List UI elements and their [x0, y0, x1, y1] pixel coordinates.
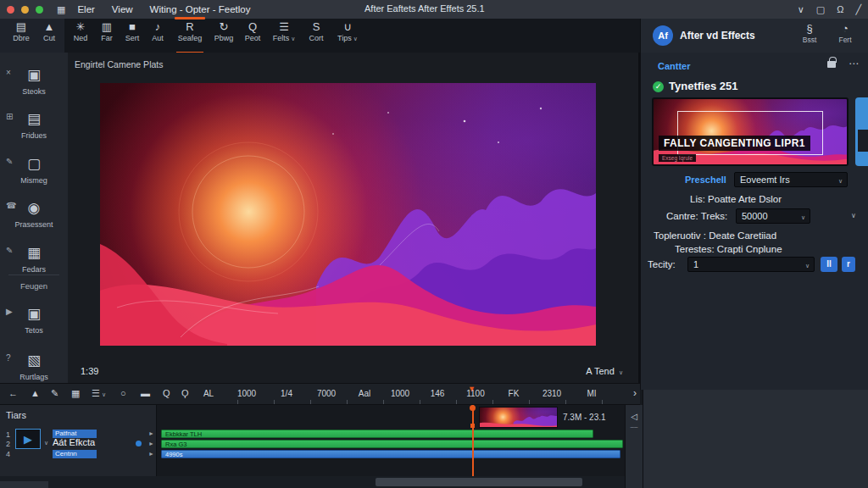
more-options-icon[interactable]: ⋯	[849, 58, 860, 69]
grid-icon[interactable]: ▦	[71, 388, 80, 399]
bsst-button[interactable]: § Bsst	[795, 22, 824, 44]
chevron-down-icon: ∨	[805, 259, 810, 273]
r-button[interactable]: r	[842, 257, 855, 272]
gauge-icon: ◔	[831, 22, 860, 36]
ruler-tick: Aal	[359, 389, 370, 398]
play-button[interactable]: ▶	[15, 429, 41, 449]
asterisk-icon: ✳	[66, 20, 95, 34]
sidebar-item-prasessent[interactable]: ☎ ◉ Prasessent	[0, 197, 68, 240]
timeline-ruler[interactable]: AL 1000 1/4 7000 Aal 1000 146 1100 FK 23…	[195, 384, 627, 406]
menu-view[interactable]: View	[112, 4, 133, 14]
lock-icon[interactable]	[827, 61, 836, 68]
composition-canvas[interactable]	[100, 83, 596, 346]
collapse-icon[interactable]: ◁	[626, 412, 643, 421]
render-mode-dropdown[interactable]: A Tend ∨	[586, 366, 623, 376]
toolbar-item-far[interactable]: ▥ Far	[93, 20, 120, 51]
sidebar-item-tetos[interactable]: ▶ ▣ Tetos	[0, 303, 68, 346]
toolbar-item-aut[interactable]: ♪ Aut	[144, 20, 171, 51]
toolbar-item-cort[interactable]: S Cort	[302, 20, 331, 51]
ruler-next-icon[interactable]: ›	[633, 387, 637, 399]
timeline-scrollbar-track[interactable]	[0, 476, 625, 488]
menu-file[interactable]: Eler	[77, 4, 94, 14]
chevron-down-icon[interactable]: ∨	[851, 212, 856, 219]
toolbar-item-pbwg[interactable]: ↻ Pbwg	[209, 20, 239, 51]
clip-thumbnail[interactable]	[479, 407, 558, 428]
sidebar-item-mismeg[interactable]: ✎ ▢ Mismeg	[0, 153, 68, 196]
playhead-marker-icon[interactable]: ▼	[468, 385, 476, 393]
ruler-tick: AL	[203, 389, 214, 398]
app-window: ▦ Eler View Witing - Opter - Feetloy Aft…	[0, 0, 868, 488]
chevron-down-icon: ∨	[291, 36, 295, 42]
toolbar-item-seafeg-active[interactable]: R Seafeg	[173, 20, 207, 51]
properties-panel: Cantter ⋯ ✓ Tynetfies 251 FALLY CANGENTI…	[640, 53, 868, 390]
pin-tool-icon[interactable]: Ϙ	[181, 388, 189, 398]
fert-button[interactable]: ◔ Fert	[831, 22, 860, 44]
track-expand-icon[interactable]: ►	[148, 451, 154, 457]
track-list-panel: Tiars 1 2 4 ▶ ∨ Patfnat Aát Efkcta Centn…	[0, 405, 157, 476]
zoom-tool-icon[interactable]: Q	[163, 388, 170, 398]
s-curve-icon: S	[302, 20, 331, 34]
template-card[interactable]: FALLY CANGENTING LIPR1 Exseg Iqrule	[652, 97, 849, 166]
timeline-scrollbar-thumb[interactable]	[376, 478, 582, 486]
toolbar-item-peot[interactable]: Q Peot	[239, 20, 266, 51]
clip-bar-blue[interactable]: 4990s	[161, 450, 620, 458]
circle-tool-icon[interactable]: ○	[120, 388, 126, 398]
breadcrumb-link[interactable]: Cantter	[658, 61, 691, 71]
pen-icon[interactable]: ✎	[51, 388, 58, 399]
pen-icon: ✎	[6, 157, 13, 166]
preset-dropdown[interactable]: Eoveemt Irs ∨	[734, 172, 848, 187]
rotate-icon: ↻	[209, 20, 239, 34]
centre-dropdown[interactable]: 50000 ∨	[736, 208, 810, 224]
track-number: 2	[6, 440, 10, 448]
next-card-peek[interactable]	[855, 97, 868, 166]
toolbar-item-ned[interactable]: ✳ Ned	[66, 20, 95, 51]
cursor-icon[interactable]: ▲	[31, 388, 40, 398]
music-note-icon: ♪	[144, 20, 171, 34]
pencil-icon[interactable]: ╱	[855, 4, 861, 15]
sidebar-item-fedars[interactable]: ✎ ▦ Fedars	[0, 242, 68, 285]
clip-bar-green-1[interactable]: Ekbkkar TLH	[161, 430, 593, 438]
ruler-tick: 1000	[237, 389, 256, 398]
sidebar-item-steoks[interactable]: × ▣ Steoks	[0, 64, 68, 107]
minimize-window-button[interactable]	[21, 6, 29, 14]
playhead-handle[interactable]	[470, 405, 476, 411]
toolbar-item-cut[interactable]: ▲ Cut	[36, 20, 63, 51]
track-expand-icon[interactable]: ►	[148, 441, 154, 446]
ruler-tick: 2310	[542, 389, 561, 398]
rect-tool-icon[interactable]: ▬	[141, 388, 150, 398]
u-shape-icon: ∪	[331, 20, 364, 34]
track-status-dot	[136, 441, 142, 446]
timeline-body: Tiars 1 2 4 ▶ ∨ Patfnat Aát Efkcta Centn…	[0, 405, 643, 488]
close-window-button[interactable]	[7, 6, 14, 14]
toolbar-item-felts[interactable]: ☰ Felts∨	[266, 20, 302, 51]
sidebar-item-fridues[interactable]: ⊞ ▤ Fridues	[0, 108, 68, 151]
chevron-down-icon: ∨	[353, 36, 358, 42]
tecity-dropdown[interactable]: 1 ∨	[687, 257, 815, 272]
clip-bar-green-2[interactable]: Rxa G3	[161, 440, 623, 448]
back-icon[interactable]: ←	[8, 388, 18, 398]
toolbar-item-dbre[interactable]: ▤ Dbre	[7, 20, 36, 51]
maximize-icon[interactable]: ▢	[816, 4, 825, 15]
playhead-keyframe[interactable]	[470, 424, 475, 428]
toolbar-item-tips[interactable]: ∪ Tips∨	[331, 20, 364, 51]
track-number: 4	[6, 450, 10, 458]
toolbar-item-sert[interactable]: ■ Sert	[119, 20, 146, 51]
menu-writing[interactable]: Witing - Opter - Feetloy	[150, 4, 251, 14]
track-label-centnn[interactable]: Centnn	[53, 450, 97, 458]
bell-icon[interactable]: Ω	[837, 4, 843, 14]
track-expand-icon[interactable]: ►	[148, 430, 154, 436]
track-label-art-effects[interactable]: Aát Efkcta	[53, 437, 95, 447]
zoom-window-button[interactable]	[36, 6, 43, 14]
play-icon: ▶	[24, 433, 32, 446]
pen-icon: ✎	[6, 246, 13, 255]
left-sidebar: × ▣ Steoks ⊞ ▤ Fridues ✎ ▢ Mismeg ☎ ◉ Pr…	[0, 53, 68, 383]
sliders-icon[interactable]: ☰∨	[92, 388, 106, 399]
chevron-down-icon[interactable]: ∨	[798, 4, 804, 15]
sidebar-divider	[8, 274, 59, 275]
pause-button[interactable]: II	[821, 257, 837, 272]
project-status-title: Tynetfies 251	[669, 80, 737, 92]
right-panel-header: Af After vd Effects § Bsst ◔ Fert	[640, 19, 868, 53]
chevron-down-icon[interactable]: ∨	[44, 440, 48, 446]
status-check-icon: ✓	[653, 81, 664, 92]
clipboard-icon: ▤	[7, 20, 36, 34]
